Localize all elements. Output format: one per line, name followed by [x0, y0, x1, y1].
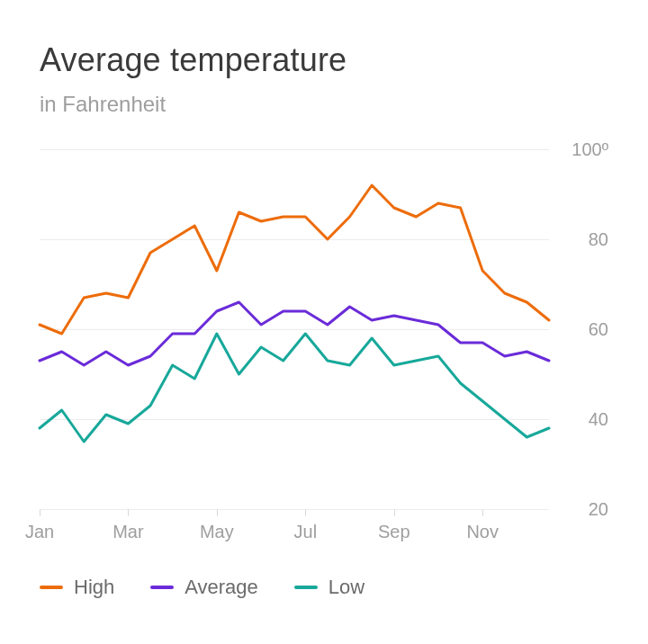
x-tick-label: Mar: [112, 522, 143, 542]
legend-swatch-low: [294, 586, 318, 589]
legend-label-average: Average: [184, 576, 258, 599]
x-tick-mark: [305, 509, 306, 516]
legend: High Average Low: [40, 576, 608, 599]
y-tick-label: 100º: [572, 139, 608, 160]
x-tick-mark: [217, 509, 218, 516]
x-tick-label: Jul: [294, 522, 318, 542]
legend-label-low: Low: [328, 576, 364, 599]
y-tick-label: 40: [589, 409, 608, 430]
legend-swatch-average: [150, 586, 174, 589]
legend-label-high: High: [74, 576, 114, 599]
x-tick-mark: [394, 509, 395, 516]
y-tick-label: 60: [589, 319, 608, 340]
x-tick-mark: [482, 509, 483, 516]
legend-item-high: High: [40, 576, 114, 599]
x-tick-label: Nov: [466, 522, 499, 542]
y-axis: 20406080100º: [549, 149, 608, 509]
x-axis: JanMarMayJulSepNov: [40, 509, 549, 552]
chart-title: Average temperature: [40, 41, 608, 79]
x-tick-mark: [128, 509, 129, 516]
y-tick-label: 20: [589, 499, 608, 520]
x-tick-label: Sep: [378, 522, 410, 542]
legend-item-average: Average: [150, 576, 258, 599]
chart-subtitle: in Fahrenheit: [40, 92, 608, 117]
x-tick-mark: [40, 509, 40, 516]
series-line-average: [40, 302, 549, 365]
legend-item-low: Low: [294, 576, 364, 599]
legend-swatch-high: [40, 586, 63, 589]
series-line-low: [40, 334, 549, 442]
x-tick-label: Jan: [25, 522, 54, 542]
plot-area: 20406080100º: [40, 149, 608, 509]
x-tick-label: May: [200, 522, 234, 542]
y-tick-label: 80: [589, 229, 608, 250]
